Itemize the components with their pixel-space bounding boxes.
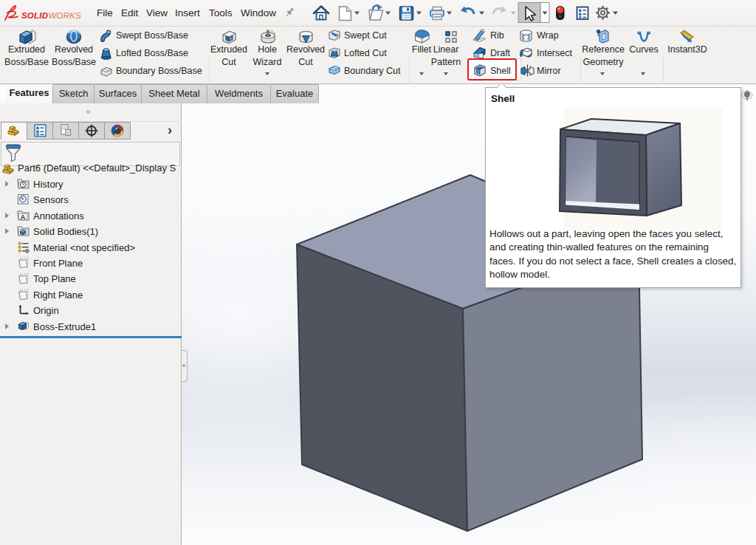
svg-text:SOLID: SOLID	[21, 11, 48, 20]
svg-text:WORKS: WORKS	[49, 11, 82, 20]
svg-text:A: A	[20, 213, 25, 221]
